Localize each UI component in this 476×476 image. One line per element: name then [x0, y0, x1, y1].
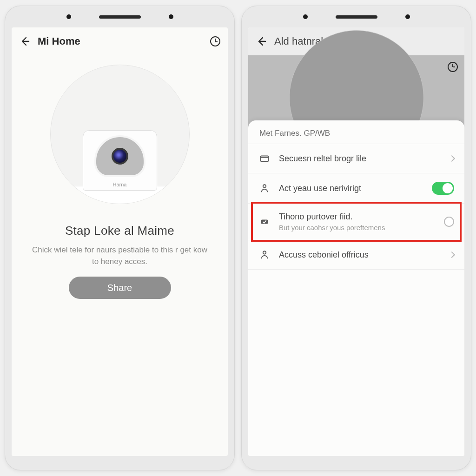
bottom-sheet: Met Farnes. GP/WB Secuesn reltel brogr l…: [248, 120, 464, 456]
phone-frame-left: Mi Home Harna Stap Loke al Maime Chick w…: [5, 6, 235, 470]
row-title: Accuss ceboniel offricus: [279, 250, 441, 260]
screen-right: Ald hatnral clatiden Met Farnes. GP/WB S…: [248, 27, 464, 456]
settings-row-highlighted[interactable]: Tihono purtover fiid. But your caohsr yo…: [248, 204, 464, 240]
camera-lens-icon: [112, 148, 128, 165]
sensor-dot-icon: [169, 14, 173, 19]
person-icon: [258, 182, 271, 194]
settings-row-activity[interactable]: Act yeau use nerivirigt: [248, 173, 464, 204]
phone-frame-right: Ald hatnral clatiden Met Farnes. GP/WB S…: [241, 6, 471, 470]
radio-button[interactable]: [444, 217, 454, 227]
row-subtitle: But your caohsr yous poreftemens: [279, 224, 436, 231]
svg-point-2: [263, 185, 266, 187]
back-button[interactable]: [19, 36, 30, 47]
hero-title: Stap Loke al Maime: [65, 224, 174, 238]
row-title: Tihono purtover fiid.: [279, 212, 436, 222]
toggle-switch[interactable]: [432, 182, 454, 195]
chevron-right-icon: [449, 155, 455, 162]
screen-left: Mi Home Harna Stap Loke al Maime Chick w…: [12, 27, 228, 456]
speaker-bar-icon: [336, 15, 377, 19]
svg-point-4: [263, 251, 266, 254]
hero-description: Chick wiel tele for naurs pestiable to t…: [26, 245, 214, 267]
speaker-bar-icon: [99, 15, 141, 19]
product-image: Harna: [50, 65, 190, 204]
sensor-dot-icon: [303, 14, 308, 19]
person-icon: [258, 249, 271, 261]
camera-head: [94, 135, 145, 177]
page-title: Mi Home: [38, 35, 203, 47]
share-button[interactable]: Share: [69, 277, 171, 299]
phone-notch: [242, 6, 471, 27]
phone-notch: [5, 6, 234, 27]
svg-rect-0: [261, 156, 269, 162]
arrow-left-icon: [19, 36, 30, 47]
camera-body: Harna: [83, 130, 157, 191]
hero-section: Harna Stap Loke al Maime Chick wiel tele…: [12, 55, 228, 299]
chevron-right-icon: [449, 251, 455, 258]
settings-row-access[interactable]: Accuss ceboniel offricus: [248, 240, 464, 270]
clock-icon[interactable]: [210, 36, 220, 46]
label-icon: [258, 216, 271, 228]
app-bar: Mi Home: [12, 27, 228, 55]
sensor-dot-icon: [66, 14, 71, 19]
sheet-header: Met Farnes. GP/WB: [248, 120, 464, 144]
sensor-dot-icon: [405, 14, 410, 19]
row-title: Act yeau use nerivirigt: [279, 184, 423, 193]
settings-row-secure[interactable]: Secuesn reltel brogr lile: [248, 144, 464, 173]
row-title: Secuesn reltel brogr lile: [279, 154, 441, 164]
back-button[interactable]: [256, 36, 267, 47]
clock-icon[interactable]: [448, 62, 458, 72]
svg-rect-3: [261, 219, 268, 224]
camera-brand-label: Harna: [113, 182, 127, 187]
arrow-left-icon: [256, 36, 267, 47]
card-icon: [258, 152, 271, 165]
